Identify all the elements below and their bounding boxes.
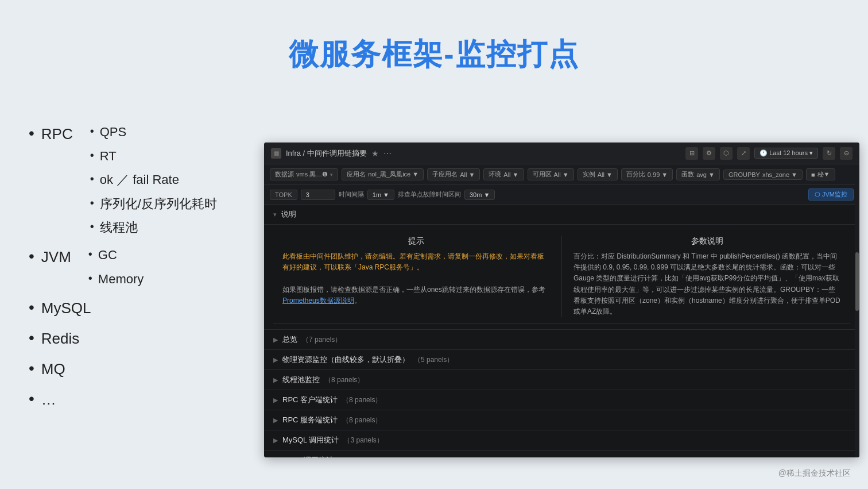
list-item-mq: MQ [29, 356, 217, 383]
watermark: @稀土掘金技术社区 [778, 468, 851, 479]
subapp-value: All ▼ [460, 171, 475, 178]
section-rpc-client[interactable]: ▶ RPC 客户端统计 （8 panels） [264, 390, 859, 410]
env-label: 环境 [489, 170, 501, 179]
time-interval-value: 1m ▼ [373, 191, 389, 198]
section-redis-jedis-name: Redis 调用统计（Jedis） [282, 455, 366, 457]
dashboard-searchbar: TOPK 3 时间间隔 1m ▼ 排查单点故障时间区间 30m ▼ ⬡ JVM监… [264, 185, 859, 205]
dashboard-panel: ▦ Infra / 中间件调用链摘要 ★ ⋯ ⊞ ⚙ ⬡ ⤢ 🕐 Last 12… [264, 143, 859, 457]
section-overview[interactable]: ▶ 总览 （7 panels） [264, 330, 859, 350]
datasource-label: 数据源 [275, 170, 294, 179]
breadcrumb: Infra / 中间件调用链摘要 [286, 148, 367, 159]
dashboard-settings-icon[interactable]: ⚙ [703, 147, 715, 160]
list-item-qps: QPS [90, 121, 217, 144]
section-thread-pool[interactable]: ▶ 线程池监控 （8 panels） [264, 370, 859, 390]
func-selector[interactable]: 函数 avg ▼ [676, 168, 720, 180]
hint-text-orange: 此看板由中间件团队维护，请勿编辑。若有定制需求，请复制一份再修改，如果对看板有好… [282, 252, 544, 271]
list-item-gc: GC [88, 244, 144, 267]
list-item-rpc: RPC QPS RT ok ／ fail Rate 序列化/反序列化耗时 线程池 [29, 121, 217, 240]
list-item-mysql: MySQL [29, 295, 217, 322]
section-mysql[interactable]: ▶ MySQL 调用统计 （3 panels） [264, 430, 859, 451]
param-title: 参数说明 [574, 236, 841, 247]
section-physical[interactable]: ▶ 物理资源监控（曲线较多，默认折叠） （5 panels） [264, 350, 859, 370]
subapp-label: 子应用名 [432, 170, 458, 179]
section-mysql-name: MySQL 调用统计 [282, 435, 339, 445]
share-icon[interactable]: ⋯ [383, 149, 392, 158]
topk-label: TOPK [270, 190, 297, 200]
interval-value: 30m ▼ [470, 191, 490, 198]
tv-mode-icon[interactable]: ⬡ [720, 147, 733, 160]
extra-value: 秘▼ [817, 170, 830, 179]
toggle-arrow-icon: ▶ [273, 437, 278, 444]
extra-selector[interactable]: ■ 秘▼ [806, 168, 835, 180]
hint-title: 提示 [282, 236, 550, 247]
share-dashboard-icon[interactable]: ⤢ [737, 147, 750, 160]
func-label: 函数 [681, 170, 694, 179]
percentile-selector[interactable]: 百分比 0.99 ▼ [621, 168, 673, 180]
param-text: 百分比：对应 DistributionSummary 和 Timer 中 pub… [574, 251, 841, 317]
header-right: ⊞ ⚙ ⬡ ⤢ 🕐 Last 12 hours ▾ ↻ ⊖ [685, 147, 852, 160]
section-rpc-server[interactable]: ▶ RPC 服务端统计 （8 panels） [264, 410, 859, 430]
instance-label: 实例 [583, 170, 595, 179]
description-content: 提示 此看板由中间件团队维护，请勿编辑。若有定制需求，请复制一份再修改，如果对看… [264, 225, 859, 330]
list-item-fail-rate: ok ／ fail Rate [90, 168, 217, 191]
time-range-button[interactable]: 🕐 Last 12 hours ▾ [754, 148, 818, 159]
description-section: 提示 此看板由中间件团队维护，请勿编辑。若有定制需求，请复制一份再修改，如果对看… [273, 230, 850, 324]
groupby-selector[interactable]: GROUPBY xhs_zone ▼ [723, 170, 803, 180]
star-icon[interactable]: ★ [371, 149, 379, 158]
grafana-icon: ▦ [271, 148, 281, 159]
scrollbar[interactable] [855, 164, 859, 457]
toggle-arrow-icon: ▶ [273, 376, 278, 384]
list-item-rt: RT [90, 145, 217, 168]
prometheus-link[interactable]: Prometheus数据源说明 [282, 297, 354, 305]
app-value: nol_黑_凤凰ice ▼ [368, 170, 418, 179]
toggle-arrow-icon: ▶ [273, 457, 278, 457]
percentile-label: 百分比 [626, 170, 645, 179]
list-item-serialize: 序列化/反序列化耗时 [90, 192, 217, 215]
datasource-value: vms 黑…❶ [296, 170, 328, 179]
section-redis-jedis[interactable]: ▶ Redis 调用统计（Jedis） （6 panels） [264, 451, 859, 457]
add-panel-icon[interactable]: ⊞ [685, 147, 698, 160]
chevron-icon: ▾ [330, 172, 333, 178]
hint-text: 此看板由中间件团队维护，请勿编辑。若有定制需求，请复制一份再修改，如果对看板有好… [282, 251, 550, 306]
interval-select[interactable]: 30m ▼ [464, 190, 495, 200]
time-interval-label: 时间间隔 [339, 190, 364, 199]
env-selector[interactable]: 环境 All ▼ [483, 168, 524, 180]
description-section-header[interactable]: ▾ 说明 [264, 205, 859, 225]
toggle-arrow-icon: ▶ [273, 417, 278, 424]
time-interval-select[interactable]: 1m ▼ [367, 190, 394, 200]
zoom-out-icon[interactable]: ⊖ [840, 147, 852, 160]
list-item-thread-pool: 线程池 [90, 216, 217, 239]
available-zone-selector[interactable]: 可用区 All ▼ [528, 168, 574, 180]
app-selector[interactable]: 应用名 nol_黑_凤凰ice ▼ [342, 168, 424, 180]
section-overview-count: （7 panels） [302, 335, 342, 345]
clock-icon: 🕐 [760, 149, 768, 156]
toggle-arrow-icon: ▶ [273, 356, 278, 364]
instance-selector[interactable]: 实例 All ▼ [578, 168, 618, 180]
jvm-monitor-button[interactable]: ⬡ JVM监控 [808, 188, 854, 201]
section-rpc-client-name: RPC 客户端统计 [282, 395, 338, 405]
description-header-label: 说明 [281, 209, 296, 220]
chevron-down-icon: ▾ [809, 149, 813, 156]
time-range-label: Last 12 hours [769, 149, 808, 156]
dashboard-header: ▦ Infra / 中间件调用链摘要 ★ ⋯ ⊞ ⚙ ⬡ ⤢ 🕐 Last 12… [264, 143, 859, 164]
topk-input[interactable]: 3 [301, 190, 335, 200]
section-thread-name: 线程池监控 [282, 375, 320, 385]
instance-value: All ▼ [598, 171, 613, 178]
subapp-selector[interactable]: 子应用名 All ▼ [427, 168, 480, 180]
groupby-value: xhs_zone ▼ [762, 171, 797, 178]
refresh-icon[interactable]: ↻ [823, 147, 835, 160]
groupby-label: GROUPBY [728, 171, 760, 178]
interval-label: 排查单点故障时间区间 [398, 190, 461, 199]
app-label: 应用名 [347, 170, 366, 179]
available-value: All ▼ [554, 171, 569, 178]
toggle-arrow-icon: ▶ [273, 336, 278, 344]
expand-icon: ▾ [273, 211, 277, 218]
section-overview-name: 总览 [282, 334, 297, 345]
list-item-jvm: JVM GC Memory [29, 244, 217, 291]
env-value: All ▼ [503, 171, 518, 178]
datasource-selector[interactable]: 数据源 vms 黑…❶ ▾ [270, 168, 338, 180]
list-item-redis: Redis [29, 325, 217, 352]
dashboard-content[interactable]: ▾ 说明 提示 此看板由中间件团队维护，请勿编辑。若有定制需求，请复制一份再修改… [264, 205, 859, 457]
func-value: avg ▼ [696, 171, 715, 178]
bullet-list: RPC QPS RT ok ／ fail Rate 序列化/反序列化耗时 线程池… [29, 121, 217, 416]
